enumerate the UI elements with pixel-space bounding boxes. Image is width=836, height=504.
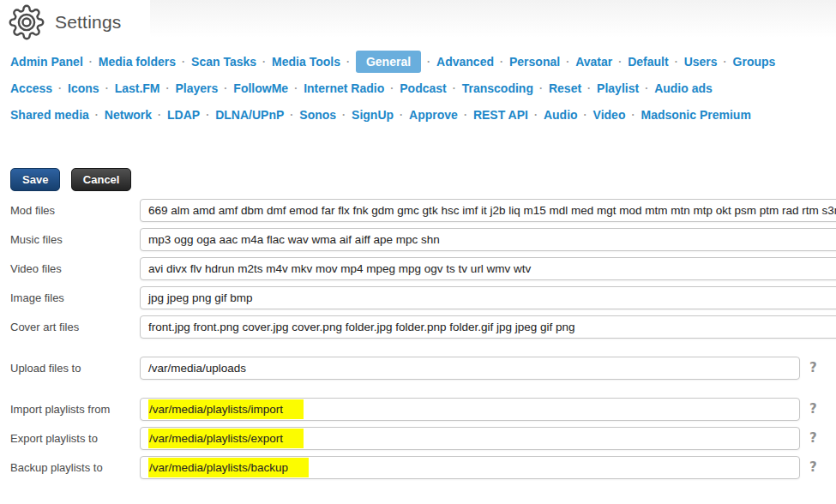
nav-link-transcoding[interactable]: Transcoding — [462, 81, 533, 95]
cover-art-files-input[interactable]: front.jpg front.png cover.jpg cover.png … — [140, 315, 836, 339]
backup-playlists-to-input[interactable]: /var/media/playlists/backup — [140, 456, 800, 479]
image-files-input[interactable]: jpg jpeg png gif bmp — [140, 286, 836, 309]
nav-link-podcast[interactable]: Podcast — [400, 81, 446, 95]
form-row-image-files: Image files jpg jpeg png gif bmp — [0, 285, 836, 309]
upload-files-to-label: Upload files to — [0, 362, 140, 375]
help-icon[interactable]: ? — [809, 360, 817, 375]
save-button[interactable]: Save — [10, 168, 60, 191]
nav-link-internet-radio[interactable]: Internet Radio — [304, 81, 384, 95]
nav-separator: · — [166, 82, 170, 94]
nav-link-avatar[interactable]: Avatar — [575, 55, 612, 69]
nav-separator: · — [631, 109, 635, 121]
nav-link-audio-ads[interactable]: Audio ads — [654, 81, 713, 95]
nav-separator: · — [587, 82, 591, 94]
nav-separator: · — [500, 56, 503, 68]
nav-link-video[interactable]: Video — [593, 108, 626, 122]
nav-link-default[interactable]: Default — [628, 55, 668, 69]
nav-link-audio[interactable]: Audio — [544, 108, 578, 122]
nav-link-approve[interactable]: Approve — [409, 108, 458, 122]
nav-separator: · — [390, 82, 394, 94]
upload-files-to-input[interactable]: /var/media/uploads — [140, 357, 800, 380]
nav-link-media-tools[interactable]: Media Tools — [272, 55, 340, 69]
form-row-video-files: Video files avi divx flv hdrun m2ts m4v … — [0, 256, 836, 280]
help-icon[interactable]: ? — [809, 459, 817, 475]
nav-separator: · — [618, 56, 622, 68]
nav-separator: · — [400, 109, 403, 121]
cancel-button[interactable]: Cancel — [71, 168, 132, 191]
upload-files-to-value: /var/media/uploads — [148, 360, 246, 376]
nav-link-sonos[interactable]: Sonos — [299, 108, 336, 122]
backup-playlists-to-value: /var/media/playlists/backup — [148, 458, 309, 477]
nav-separator: · — [294, 82, 298, 94]
mod-files-input[interactable]: 669 alm amd amf dbm dmf emod far flx fnk… — [140, 199, 836, 222]
nav-link-followme[interactable]: FollowMe — [233, 81, 288, 95]
mod-files-value: 669 alm amd amf dbm dmf emod far flx fnk… — [148, 202, 836, 219]
backup-playlists-to-label: Backup playlists to — [0, 461, 140, 474]
nav-link-icons[interactable]: Icons — [68, 81, 99, 95]
nav-link-players[interactable]: Players — [176, 81, 219, 95]
nav-separator: · — [584, 109, 587, 121]
nav-link-scan-tasks[interactable]: Scan Tasks — [191, 55, 256, 69]
import-playlists-from-input[interactable]: /var/media/playlists/import — [140, 398, 800, 421]
page-title: Settings — [55, 12, 121, 33]
export-playlists-to-input[interactable]: /var/media/playlists/export — [140, 427, 800, 450]
nav-link-media-folders[interactable]: Media folders — [99, 55, 176, 69]
nav-separator: · — [346, 56, 350, 68]
gear-icon — [9, 4, 45, 40]
video-files-value: avi divx flv hdrun m2ts m4v mkv mov mp4 … — [148, 261, 531, 277]
import-playlists-from-value: /var/media/playlists/import — [148, 399, 304, 419]
export-playlists-to-label: Export playlists to — [0, 432, 140, 445]
nav-separator: · — [262, 56, 266, 68]
nav-separator: · — [290, 109, 293, 121]
nav-link-dlna-upnp[interactable]: DLNA/UPnP — [215, 108, 284, 122]
nav-separator: · — [58, 82, 62, 94]
nav-link-rest-api[interactable]: REST API — [473, 108, 528, 122]
form-row-music-files: Music files mp3 ogg oga aac m4a flac wav… — [0, 227, 836, 251]
form-row-upload-files-to: Upload files to /var/media/uploads ? — [0, 356, 836, 380]
image-files-value: jpg jpeg png gif bmp — [148, 290, 253, 306]
nav-separator: · — [342, 109, 346, 121]
form-row-cover-art-files: Cover art files front.jpg front.png cove… — [0, 315, 836, 339]
cover-art-files-value: front.jpg front.png cover.jpg cover.png … — [148, 319, 575, 335]
nav-separator: · — [89, 56, 93, 68]
nav-link-admin-panel[interactable]: Admin Panel — [10, 55, 83, 69]
page-header: Settings — [0, 0, 836, 45]
nav-link-ldap[interactable]: LDAP — [167, 108, 200, 122]
tab-general[interactable]: General — [356, 51, 421, 73]
video-files-label: Video files — [0, 262, 140, 275]
nav-separator: · — [645, 82, 648, 94]
nav-separator: · — [206, 109, 209, 121]
settings-nav: Admin Panel·Media folders·Scan Tasks·Med… — [0, 45, 836, 125]
cover-art-files-label: Cover art files — [0, 321, 140, 333]
music-files-label: Music files — [0, 233, 140, 246]
nav-separator: · — [182, 56, 185, 68]
nav-link-shared-media[interactable]: Shared media — [10, 108, 89, 122]
nav-row-1: Admin Panel·Media folders·Scan Tasks·Med… — [10, 51, 826, 72]
nav-link-access[interactable]: Access — [10, 81, 52, 95]
music-files-value: mp3 ogg oga aac m4a flac wav wma aif aif… — [148, 231, 440, 248]
help-icon[interactable]: ? — [809, 430, 817, 446]
nav-separator: · — [539, 82, 543, 94]
nav-row-2: Access·Icons·Last.FM·Players·FollowMe·In… — [10, 78, 826, 99]
nav-link-reset[interactable]: Reset — [549, 81, 581, 95]
help-icon[interactable]: ? — [809, 401, 817, 417]
form-actions: Save Cancel — [10, 168, 836, 191]
nav-link-personal[interactable]: Personal — [509, 55, 560, 69]
nav-link-madsonic-premium[interactable]: Madsonic Premium — [641, 108, 750, 122]
nav-separator: · — [675, 56, 678, 68]
form-row-export-playlists-to: Export playlists to /var/media/playlists… — [0, 426, 836, 450]
nav-link-signup[interactable]: SignUp — [352, 108, 394, 122]
nav-link-users[interactable]: Users — [684, 55, 718, 69]
nav-separator: · — [534, 109, 538, 121]
nav-link-advanced[interactable]: Advanced — [436, 55, 494, 69]
form-row-backup-playlists-to: Backup playlists to /var/media/playlists… — [0, 455, 836, 479]
nav-link-last-fm[interactable]: Last.FM — [115, 81, 160, 95]
nav-separator: · — [566, 56, 569, 68]
nav-link-network[interactable]: Network — [105, 108, 152, 122]
nav-link-groups[interactable]: Groups — [733, 55, 776, 69]
music-files-input[interactable]: mp3 ogg oga aac m4a flac wav wma aif aif… — [140, 228, 836, 251]
video-files-input[interactable]: avi divx flv hdrun m2ts m4v mkv mov mp4 … — [140, 257, 836, 280]
nav-separator: · — [95, 109, 99, 121]
form-row-import-playlists-from: Import playlists from /var/media/playlis… — [0, 397, 836, 421]
nav-link-playlist[interactable]: Playlist — [597, 81, 639, 95]
